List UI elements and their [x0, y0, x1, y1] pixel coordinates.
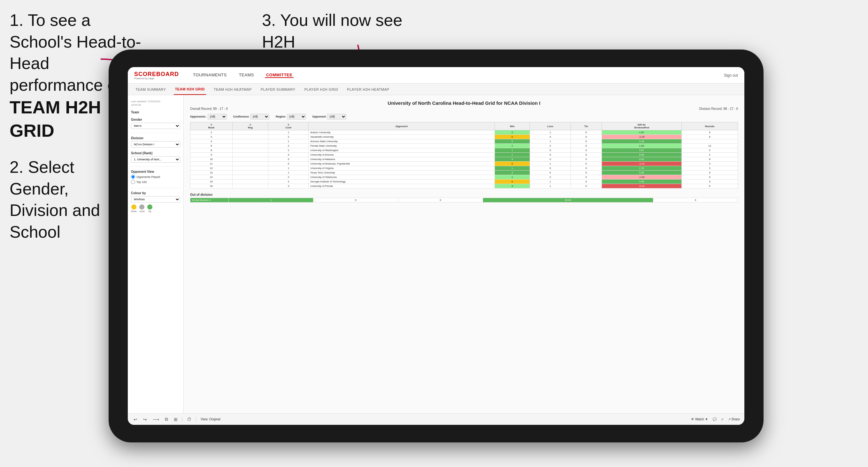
cell-rank: 8	[190, 148, 232, 153]
cell-tie: 0	[570, 166, 601, 170]
radio-top-100-input[interactable]	[131, 180, 135, 184]
swatch-level: Level	[139, 205, 145, 212]
ood-table-row: NCAA Division II 1 0 0 26.00 3	[190, 198, 738, 203]
toolbar-sep	[182, 417, 182, 422]
cell-tie: 0	[570, 157, 601, 162]
cell-rank: 4	[190, 139, 232, 144]
opponent-view-label: Opponent View	[131, 170, 180, 174]
col-win: Win	[495, 122, 530, 130]
cell-tie: 0	[570, 139, 601, 144]
sub-nav-player-summary[interactable]: PLAYER SUMMARY	[259, 84, 297, 95]
filter-conference-label: Conference	[233, 115, 249, 118]
colour-by-select[interactable]: Win/loss	[131, 196, 180, 203]
cell-reg	[232, 135, 268, 139]
sidebar-division-section: Division NCAA Division I	[131, 136, 180, 148]
sidebar-team-section: Team	[131, 111, 180, 114]
cell-rounds: 3	[682, 148, 738, 153]
cell-tie: 0	[570, 148, 601, 153]
expand-button[interactable]: ⤢	[721, 417, 723, 421]
cell-conf: 2	[268, 175, 309, 180]
cell-diff: 3.67	[601, 148, 682, 153]
col-reg: #Reg	[232, 122, 268, 130]
filter-opponent-select[interactable]: (All)	[327, 114, 346, 120]
team-label: Team	[131, 111, 180, 114]
redo-button[interactable]: ↪	[142, 416, 148, 423]
cell-loss: 1	[530, 162, 570, 166]
copy-button[interactable]: ⧉	[163, 416, 169, 423]
cell-rounds: 8	[682, 135, 738, 139]
annotation-text-4: 2. Select Gender,	[9, 158, 74, 198]
out-of-division: Out of division NCAA Division II 1 0 0 2…	[190, 193, 738, 203]
paste-button[interactable]: ⊞	[173, 416, 179, 423]
table-row: 12 1 University of Virginia 1 0 0 2.33 3	[190, 166, 738, 170]
cell-reg	[232, 184, 268, 188]
cell-tie: 0	[570, 153, 601, 157]
undo-button[interactable]: ↩	[132, 416, 138, 423]
ood-cell-loss: 0	[313, 198, 398, 203]
cell-reg	[232, 144, 268, 148]
swatch-down-circle	[131, 205, 136, 210]
forward-button[interactable]: ⟶	[151, 416, 160, 423]
cell-win: 1	[495, 144, 530, 148]
filter-opponents-select[interactable]: (All)	[208, 114, 227, 120]
cell-conf: 3	[268, 184, 309, 188]
cell-rounds: 12	[682, 144, 738, 148]
cell-opponent: Georgia Institute of Technology	[309, 180, 495, 184]
colour-by-label: Colour by	[131, 191, 180, 195]
cell-reg	[232, 180, 268, 184]
watch-button[interactable]: 👁 Watch ▼	[691, 417, 708, 421]
cell-conf: 3	[268, 153, 309, 157]
annotation-bold: TEAM H2H GRID	[9, 97, 101, 141]
sub-nav-team-summary[interactable]: TEAM SUMMARY	[134, 84, 167, 95]
division-select[interactable]: NCAA Division I	[131, 141, 180, 148]
filter-conference-select[interactable]: (All)	[250, 114, 269, 120]
cell-win: 0	[495, 135, 530, 139]
school-select[interactable]: 1. University of Nort...	[131, 156, 180, 163]
sidebar-gender-section: Gender Men's	[131, 118, 180, 129]
overall-record: Overall Record: 89 - 17 - 0	[190, 107, 228, 111]
share-button[interactable]: ↗ Share	[728, 417, 740, 421]
cell-diff: 1.67	[601, 130, 682, 135]
cell-win: 1	[495, 166, 530, 170]
sub-nav-team-h2h-heatmap[interactable]: TEAM H2H HEATMAP	[212, 84, 253, 95]
cell-tie: 0	[570, 184, 601, 188]
cell-opponent: University of Alabama	[309, 157, 495, 162]
filter-region-select[interactable]: (All)	[287, 114, 306, 120]
col-rounds: Rounds	[682, 122, 738, 130]
cell-rounds: 9	[682, 184, 738, 188]
clock-button[interactable]: ⏱	[186, 416, 193, 423]
radio-top-100[interactable]: Top 100	[131, 180, 180, 184]
division-label: Division	[131, 136, 180, 140]
cell-opponent: University of Washington	[309, 148, 495, 153]
cell-rounds: 3	[682, 166, 738, 170]
table-row: 6 2 Florida State University 1 2 0 1.83 …	[190, 144, 738, 148]
cell-reg	[232, 166, 268, 170]
radio-opponents-played[interactable]: Opponents Played	[131, 175, 180, 179]
sub-nav-player-h2h-grid[interactable]: PLAYER H2H GRID	[303, 84, 340, 95]
col-tie: Tie	[570, 122, 601, 130]
annotation-text-6: School	[9, 223, 60, 241]
cell-win: 0	[495, 162, 530, 166]
cell-opponent: University of Arizona	[309, 153, 495, 157]
cell-win: 3	[495, 157, 530, 162]
sub-nav-team-h2h-grid[interactable]: TEAM H2H GRID	[174, 84, 206, 95]
sign-out-button[interactable]: Sign out	[724, 73, 738, 77]
cell-conf: 5	[268, 157, 309, 162]
nav-item-tournaments[interactable]: TOURNAMENTS	[192, 72, 228, 78]
sub-nav: TEAM SUMMARY TEAM H2H GRID TEAM H2H HEAT…	[128, 84, 744, 95]
grid-area: University of North Carolina Head-to-Hea…	[184, 95, 744, 413]
radio-opponents-played-input[interactable]	[131, 175, 135, 179]
cell-tie: 0	[570, 180, 601, 184]
cell-loss: 1	[530, 139, 570, 144]
nav-item-committee[interactable]: COMMITTEE	[265, 72, 294, 78]
cell-conf: 2	[268, 135, 309, 139]
last-updated: Last Updated: 27/03/2024 16:55:38	[131, 100, 180, 107]
ood-cell-rounds: 3	[653, 198, 738, 203]
cell-rank: 11	[190, 162, 232, 166]
nav-item-teams[interactable]: TEAMS	[238, 72, 255, 78]
gender-select[interactable]: Men's	[131, 123, 180, 129]
cell-conf: 1	[268, 170, 309, 175]
comment-button[interactable]: 💬	[713, 417, 717, 421]
cell-rounds: 8	[682, 157, 738, 162]
sub-nav-player-h2h-heatmap[interactable]: PLAYER H2H HEATMAP	[346, 84, 391, 95]
